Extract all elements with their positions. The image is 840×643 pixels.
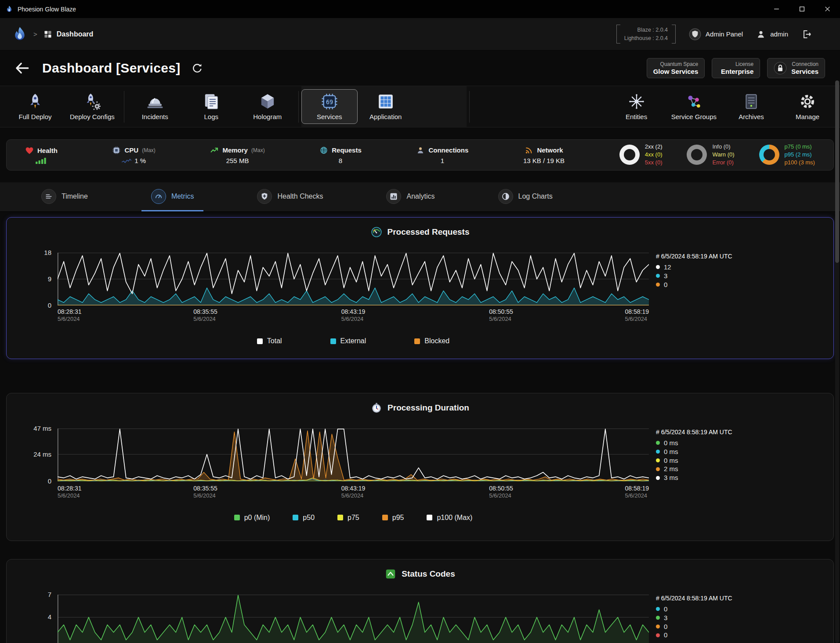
logout-icon — [801, 29, 812, 40]
x-axis-label: 08:58:195/6/2024 — [625, 485, 649, 499]
x-axis-label: 08:43:195/6/2024 — [341, 485, 366, 499]
toolbar-item-incidents[interactable]: Incidents — [127, 89, 183, 124]
entities-icon — [628, 93, 645, 110]
gear-icon — [799, 93, 816, 110]
page-title-row: Dashboard [Services] Quantum Space Glow … — [0, 51, 840, 86]
logout-button[interactable] — [801, 29, 812, 40]
legend-label: p95 — [392, 514, 404, 522]
close-icon — [825, 6, 830, 12]
logs-donut-ring — [687, 145, 707, 165]
toolbar-item-application[interactable]: Application — [358, 89, 414, 124]
toolbar-item-logs[interactable]: Logs — [183, 89, 239, 124]
legend-item-p100-max: p100 (Max) — [427, 514, 472, 522]
version-lighthouse: Lighthouse : 2.0.4 — [624, 34, 668, 42]
legend-label: p75 — [348, 514, 359, 522]
legend-swatch-icon — [257, 338, 263, 344]
breadcrumb-dashboard[interactable]: Dashboard — [43, 30, 94, 39]
status-icon — [385, 568, 396, 580]
x-time: 08:50:55 — [489, 308, 513, 315]
toolbar-item-hologram[interactable]: Hologram — [239, 89, 296, 124]
toolbar-divider — [124, 91, 124, 123]
scrollbar-thumb[interactable] — [835, 80, 839, 263]
x-axis-label: 08:50:555/6/2024 — [489, 308, 513, 322]
series-dot-icon — [656, 616, 660, 620]
chart-card-status-codes: Status Codes740# 6/5/2024 8:58:19 AM UTC… — [6, 559, 834, 643]
scrollbar-track[interactable] — [835, 80, 839, 643]
minimize-button[interactable] — [764, 0, 789, 18]
toolbar-item-entities[interactable]: Entities — [608, 89, 665, 124]
series-dot-icon — [656, 265, 660, 269]
chart-side-legend: # 6/5/2024 8:58:19 AM UTC1230 — [649, 253, 825, 305]
tab-timeline[interactable]: Timeline — [32, 182, 98, 211]
cube-icon — [259, 93, 276, 110]
chart-side-legend: # 6/5/2024 8:58:19 AM UTC0 ms0 ms0 ms2 m… — [649, 429, 825, 482]
toolbar-divider — [298, 91, 299, 123]
x-axis-labels: 08:28:315/6/202408:35:555/6/202408:43:19… — [58, 485, 649, 505]
toolbar-item-services[interactable]: 69Services — [301, 89, 358, 124]
legend-swatch-icon — [293, 515, 298, 520]
alarm-icon — [146, 93, 164, 110]
user-menu[interactable]: admin — [756, 29, 788, 39]
x-time: 08:43:19 — [341, 308, 366, 315]
chart-title: Status Codes — [402, 569, 455, 579]
license-label: License — [718, 61, 753, 67]
breadcrumb-label: Dashboard — [57, 30, 94, 38]
maximize-button[interactable] — [789, 0, 815, 18]
current-value-row: 0 ms — [656, 447, 825, 456]
series-dot-icon — [656, 283, 660, 287]
logs-donut-legend: Info (0)Warn (0)Error (0) — [712, 143, 734, 167]
toolbar-item-full-deploy[interactable]: Full Deploy — [7, 89, 63, 124]
toolbar-group: Full DeployDeploy Configs — [7, 86, 121, 127]
stat-network: Network 13 KB / 19 KB — [523, 146, 565, 164]
x-axis-labels: 08:28:315/6/202408:35:555/6/202408:43:19… — [58, 308, 649, 328]
y-tick-label: 9 — [48, 275, 51, 283]
toolbar-item-label: Services — [317, 113, 342, 120]
x-date: 5/6/2024 — [625, 316, 649, 322]
tab-metrics[interactable]: Metrics — [141, 182, 204, 211]
cpu-sparkline-icon — [122, 158, 131, 163]
lock-icon — [774, 62, 787, 75]
flame-icon — [5, 5, 13, 13]
cpu-qualifier: (Max) — [142, 147, 156, 153]
y-tick-label: 4 — [48, 613, 51, 621]
refresh-button[interactable] — [192, 62, 203, 74]
log-charts-icon — [501, 192, 510, 201]
x-axis-label: 08:58:195/6/2024 — [625, 308, 649, 322]
back-button[interactable] — [15, 61, 30, 76]
minimize-icon — [774, 6, 779, 12]
chart-plot — [58, 595, 649, 643]
chart-timestamp: # 6/5/2024 8:58:19 AM UTC — [656, 429, 825, 436]
tab-icon-circle — [151, 189, 166, 204]
x-date: 5/6/2024 — [489, 316, 513, 322]
current-value-row: 0 — [656, 605, 825, 614]
tab-log-charts[interactable]: Log Charts — [489, 182, 562, 211]
legend-swatch-icon — [330, 338, 336, 344]
svg-text:69: 69 — [326, 99, 333, 105]
toolbar-item-service-groups[interactable]: Service Groups — [665, 89, 723, 124]
tab-label: Timeline — [62, 193, 88, 200]
chart-plot — [58, 253, 649, 305]
toolbar-item-deploy-configs[interactable]: Deploy Configs — [63, 89, 121, 124]
tab-analytics[interactable]: Analytics — [377, 182, 444, 211]
x-axis-label: 08:28:315/6/2024 — [58, 308, 82, 322]
user-label: admin — [770, 30, 788, 38]
legend-item-p75: p75 — [337, 514, 359, 522]
legend-swatch-icon — [234, 515, 240, 520]
toolbar-item-archives[interactable]: Archives — [723, 89, 779, 124]
close-button[interactable] — [815, 0, 840, 18]
x-axis-label: 08:28:315/6/2024 — [58, 485, 82, 499]
x-time: 08:35:55 — [193, 308, 217, 315]
donut-legend-item: p100 (3 ms) — [785, 159, 815, 167]
connection-box[interactable]: Connection Services — [767, 58, 825, 78]
current-value-row: 0 ms — [656, 439, 825, 447]
admin-panel-button[interactable]: Admin Panel — [689, 28, 743, 40]
x-time: 08:28:31 — [58, 485, 82, 492]
chart-timestamp: # 6/5/2024 8:58:19 AM UTC — [656, 253, 825, 260]
current-value: 0 ms — [664, 439, 678, 447]
stats-donuts: 2xx (2)4xx (0)5xx (0)Info (0)Warn (0)Err… — [619, 143, 815, 167]
latency-donut: p75 (0 ms)p95 (2 ms)p100 (3 ms) — [759, 143, 815, 167]
toolbar-item-manage[interactable]: Manage — [779, 89, 836, 124]
series-dot-icon — [656, 467, 660, 471]
tab-health-checks[interactable]: Health Checks — [247, 182, 333, 211]
stat-health: Health — [25, 146, 58, 164]
